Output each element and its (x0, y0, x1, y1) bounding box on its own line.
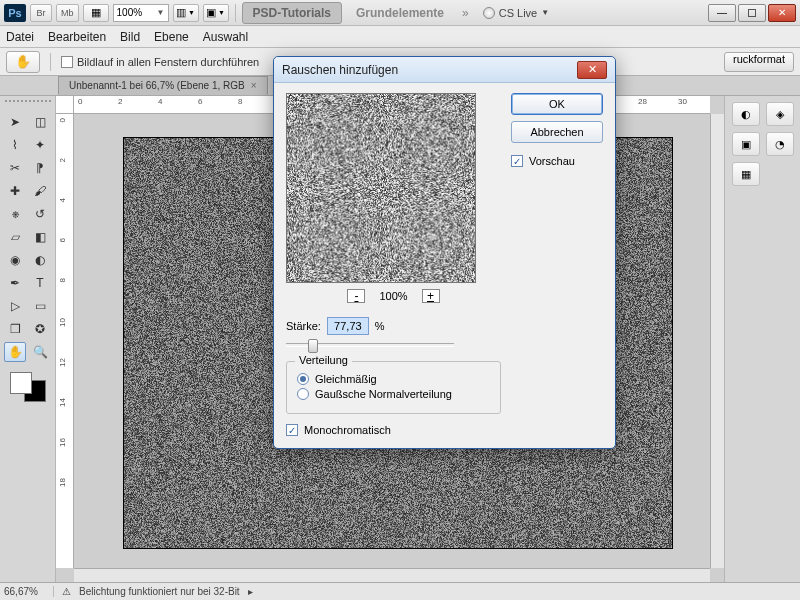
dialog-close-button[interactable]: ✕ (577, 61, 607, 79)
adjustments-panel-icon[interactable]: ◐ (732, 102, 760, 126)
monochromatic-checkbox[interactable]: Monochromatisch (286, 424, 501, 436)
status-menu-arrow[interactable]: ▸ (248, 586, 253, 597)
type-tool[interactable]: T (29, 273, 51, 293)
lasso-tool[interactable]: ⌇ (4, 135, 26, 155)
arrange-docs-button[interactable]: ▥▼ (173, 4, 199, 22)
radio-icon (297, 388, 309, 400)
path-select-tool[interactable]: ▷ (4, 296, 26, 316)
preview-checkbox[interactable]: Vorschau (511, 155, 603, 167)
slider-thumb[interactable] (308, 339, 318, 353)
minibridge-button[interactable]: Mb (56, 4, 79, 22)
menu-image[interactable]: Bild (120, 30, 140, 44)
pen-tool[interactable]: ✒ (4, 273, 26, 293)
zoom-in-button[interactable]: + (422, 289, 440, 303)
hand-tool[interactable]: ✋ (4, 342, 26, 362)
document-tab[interactable]: Unbenannt-1 bei 66,7% (Ebene 1, RGB × (58, 76, 268, 95)
ruler-origin[interactable] (56, 96, 74, 114)
color-swatches[interactable] (8, 370, 48, 404)
menu-layer[interactable]: Ebene (154, 30, 189, 44)
ruler-vertical[interactable]: 024681012141618 (56, 114, 74, 568)
zoom-value: 100% (117, 7, 143, 18)
cs-live-icon (483, 7, 495, 19)
add-noise-dialog: Rauschen hinzufügen ✕ - 100% + Stärke: %… (273, 56, 616, 449)
marquee-tool[interactable]: ◫ (29, 112, 51, 132)
print-size-button[interactable]: ruckformat (724, 52, 794, 72)
brush-tool[interactable]: 🖌 (29, 181, 51, 201)
screen-mode-button[interactable]: ▣▼ (203, 4, 229, 22)
cancel-button[interactable]: Abbrechen (511, 121, 603, 143)
amount-unit: % (375, 320, 385, 332)
radio-label: Gleichmäßig (315, 373, 377, 385)
app-logo: Ps (4, 4, 26, 22)
amount-input[interactable] (327, 317, 369, 335)
scrollbar-vertical[interactable] (710, 114, 724, 568)
dodge-tool[interactable]: ◐ (29, 250, 51, 270)
camera-panel-icon[interactable]: ▣ (732, 132, 760, 156)
document-tab-label: Unbenannt-1 bei 66,7% (Ebene 1, RGB (69, 80, 245, 91)
chevron-down-icon: ▼ (188, 9, 195, 16)
current-tool-indicator[interactable]: ✋ (6, 51, 40, 73)
history-brush-tool[interactable]: ↺ (29, 204, 51, 224)
checkbox-label: Bildlauf in allen Fenstern durchführen (77, 56, 259, 68)
distribution-uniform-radio[interactable]: Gleichmäßig (297, 373, 490, 385)
panel-grip[interactable] (5, 100, 51, 108)
cs-live[interactable]: CS Live▼ (483, 7, 549, 19)
layers-panel-icon[interactable]: ◈ (766, 102, 794, 126)
swatches-panel-icon[interactable]: ▦ (732, 162, 760, 186)
menu-bar: Datei Bearbeiten Bild Ebene Auswahl (0, 26, 800, 48)
3d-tool[interactable]: ❒ (4, 319, 26, 339)
zoom-level-combo[interactable]: 100%▼ (113, 4, 169, 22)
heal-tool[interactable]: ✚ (4, 181, 26, 201)
close-button[interactable]: ✕ (768, 4, 796, 22)
close-tab-icon[interactable]: × (251, 80, 257, 91)
status-zoom[interactable]: 66,67% (4, 586, 54, 597)
shape-tool[interactable]: ▭ (29, 296, 51, 316)
menu-file[interactable]: Datei (6, 30, 34, 44)
zoom-tool[interactable]: 🔍 (29, 342, 51, 362)
stamp-tool[interactable]: ⎈ (4, 204, 26, 224)
distribution-gaussian-radio[interactable]: Gaußsche Normalverteilung (297, 388, 490, 400)
chevron-down-icon: ▼ (218, 9, 225, 16)
color-panel-icon[interactable]: ◔ (766, 132, 794, 156)
distribution-legend: Verteilung (295, 354, 352, 366)
maximize-button[interactable] (738, 4, 766, 22)
separator (50, 53, 51, 71)
eyedropper-tool[interactable]: ⁋ (29, 158, 51, 178)
scrollbar-horizontal[interactable] (74, 568, 710, 582)
checkbox-label: Monochromatisch (304, 424, 391, 436)
blur-tool[interactable]: ◉ (4, 250, 26, 270)
checkbox-label: Vorschau (529, 155, 575, 167)
noise-preview[interactable] (286, 93, 476, 283)
crop-tool[interactable]: ✂ (4, 158, 26, 178)
zoom-out-button[interactable]: - (347, 289, 365, 303)
workspace-overflow[interactable]: » (458, 6, 473, 20)
scroll-all-windows-checkbox[interactable]: Bildlauf in allen Fenstern durchführen (61, 56, 259, 68)
bridge-button[interactable]: Br (30, 4, 52, 22)
panel-dock: ◐ ◈ ▣ ◔ ▦ (724, 96, 800, 582)
distribution-group: Verteilung Gleichmäßig Gaußsche Normalve… (286, 361, 501, 414)
minimize-button[interactable]: — (708, 4, 736, 22)
3d-camera-tool[interactable]: ✪ (29, 319, 51, 339)
menu-edit[interactable]: Bearbeiten (48, 30, 106, 44)
radio-label: Gaußsche Normalverteilung (315, 388, 452, 400)
workspace-tab-active[interactable]: PSD-Tutorials (242, 2, 342, 24)
move-tool[interactable]: ➤ (4, 112, 26, 132)
grid-icon: ▦ (91, 6, 101, 19)
checkbox-icon (511, 155, 523, 167)
view-extras-button[interactable]: ▦ (83, 4, 109, 22)
gradient-tool[interactable]: ◧ (29, 227, 51, 247)
eraser-tool[interactable]: ▱ (4, 227, 26, 247)
amount-slider[interactable] (286, 343, 454, 347)
workspace-tab[interactable]: Grundelemente (346, 3, 454, 23)
chevron-down-icon: ▼ (157, 8, 165, 17)
application-title-bar: Ps Br Mb ▦ 100%▼ ▥▼ ▣▼ PSD-Tutorials Gru… (0, 0, 800, 26)
wand-tool[interactable]: ✦ (29, 135, 51, 155)
foreground-color-swatch[interactable] (10, 372, 32, 394)
ok-button[interactable]: OK (511, 93, 603, 115)
dialog-title-bar[interactable]: Rauschen hinzufügen ✕ (274, 57, 615, 83)
menu-select[interactable]: Auswahl (203, 30, 248, 44)
status-message: Belichtung funktioniert nur bei 32-Bit (79, 586, 240, 597)
separator (235, 4, 236, 22)
checkbox-icon (286, 424, 298, 436)
status-bar: 66,67% ⚠ Belichtung funktioniert nur bei… (0, 582, 800, 600)
